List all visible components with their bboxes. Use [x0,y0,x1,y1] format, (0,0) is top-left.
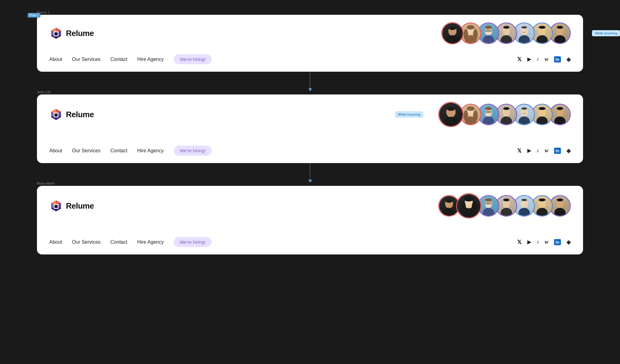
webflow-icon-1[interactable]: w [545,56,549,62]
svg-point-55 [464,110,468,122]
logo-area-1: Relume [49,26,94,40]
navbar-top-1: Relume [49,22,571,44]
nav-contact-2[interactable]: Contact [110,148,127,154]
youtube-icon-2[interactable]: ▶ [527,148,531,154]
svg-point-69 [519,116,530,125]
linkedin-icon-3[interactable]: in [554,239,561,245]
avatars-group-3: Maria Marin Product Designer 𝕏 in [438,193,571,218]
navbar-card-3: Relume [37,186,583,254]
navbar-card-1: Relume [37,15,583,72]
svg-point-115 [539,198,545,201]
youtube-icon-1[interactable]: ▶ [527,56,531,62]
nav-services-3[interactable]: Our Services [72,239,100,245]
svg-point-95 [460,201,466,214]
twitter-icon-3[interactable]: 𝕏 [517,239,522,246]
svg-point-54 [467,106,475,111]
nav-about-1[interactable]: About [49,57,62,62]
navbar-bottom-2: About Our Services Contact Hire Agency W… [49,146,571,156]
svg-point-105 [501,208,512,217]
youtube-icon-3[interactable]: ▶ [527,239,531,245]
svg-point-56 [473,110,478,122]
svg-point-65 [501,116,512,125]
svg-point-77 [554,116,566,125]
avatar-maria-active[interactable]: Maria Marin Product Designer 𝕏 in [456,193,481,218]
svg-point-27 [503,26,509,29]
flow-tag: Flow 1 [28,13,40,18]
hiring-button-3[interactable]: We're hiring! [174,237,212,247]
avatar-1[interactable] [441,22,464,44]
svg-point-33 [537,35,548,44]
svg-point-71 [521,107,527,110]
nav-about-2[interactable]: About [49,148,62,154]
svg-point-18 [483,35,494,44]
figma-icon-2[interactable]: ◈ [566,147,571,154]
svg-point-14 [467,25,475,30]
svg-point-78 [557,110,562,114]
svg-point-31 [521,26,527,28]
svg-point-119 [557,198,563,201]
svg-point-107 [503,198,509,201]
svg-point-16 [473,29,478,40]
svg-point-35 [539,26,545,29]
nav-contact-1[interactable]: Contact [110,57,127,62]
logo-area-2: Relume [49,108,94,121]
social-icons-2: 𝕏 ▶ ♪ w in ◈ [517,147,571,154]
logo-text-2: Relume [66,110,94,119]
svg-point-29 [519,35,530,44]
nav-hire-2[interactable]: Hire Agency [137,148,164,154]
svg-point-10 [449,26,456,30]
svg-point-37 [554,35,566,44]
logo-icon-3 [49,199,63,213]
svg-point-106 [504,201,509,206]
linkedin-icon-1[interactable]: in [554,56,561,62]
svg-rect-86 [55,205,58,208]
tiktok-icon-3[interactable]: ♪ [537,239,539,245]
nav-hire-1[interactable]: Hire Agency [137,57,164,62]
svg-point-8 [446,35,459,44]
svg-rect-46 [55,114,58,117]
svg-point-90 [446,199,452,203]
figma-icon-3[interactable]: ◈ [566,239,571,246]
linkedin-icon-2[interactable]: in [554,148,561,154]
svg-point-100 [485,198,492,202]
nav-contact-3[interactable]: Contact [110,239,127,245]
nav-services-2[interactable]: Our Services [72,148,100,154]
svg-point-48 [444,117,458,127]
twitter-icon-1[interactable]: 𝕏 [517,56,522,63]
svg-point-74 [540,110,545,114]
twitter-icon-2[interactable]: 𝕏 [517,147,522,154]
webflow-icon-3[interactable]: w [545,239,549,245]
logo-text-1: Relume [66,29,94,38]
avatar-josh-active[interactable]: Josh Loh Head of Community 𝕏 in [438,102,464,127]
nav-links-3: About Our Services Contact Hire Agency W… [49,237,212,247]
svg-point-34 [540,28,545,33]
tiktok-icon-2[interactable]: ♪ [537,147,539,154]
hiring-button-1[interactable]: We're hiring! [174,54,212,64]
nav-links-2: About Our Services Contact Hire Agency W… [49,146,212,156]
svg-point-96 [472,201,477,214]
section-label-josh: Josh Loh [37,90,608,94]
svg-point-117 [554,208,566,217]
nav-about-3[interactable]: About [49,239,62,245]
figma-icon-1[interactable]: ◈ [566,56,571,63]
hiring-button-2[interactable]: We're hiring! [174,146,212,156]
svg-point-73 [537,116,548,125]
logo-text-3: Relume [66,201,94,211]
svg-point-98 [483,208,494,217]
tiktok-icon-1[interactable]: ♪ [537,56,539,62]
svg-point-113 [537,208,548,217]
navbar-bottom-1: About Our Services Contact Hire Agency W… [49,54,571,64]
svg-point-67 [503,107,509,110]
section-label-maria: Maria Marin [37,182,608,185]
svg-point-110 [522,201,527,206]
nav-hire-3[interactable]: Hire Agency [137,239,164,245]
social-icons-1: 𝕏 ▶ ♪ w in ◈ [517,56,571,63]
webflow-icon-2[interactable]: w [545,147,549,154]
svg-point-66 [504,110,509,114]
svg-point-75 [539,107,545,110]
svg-point-15 [464,29,468,40]
svg-point-58 [483,116,494,125]
svg-point-60 [485,107,492,110]
nav-services-1[interactable]: Our Services [72,57,100,62]
while-hovering-badge-2: While hovering [395,111,423,118]
